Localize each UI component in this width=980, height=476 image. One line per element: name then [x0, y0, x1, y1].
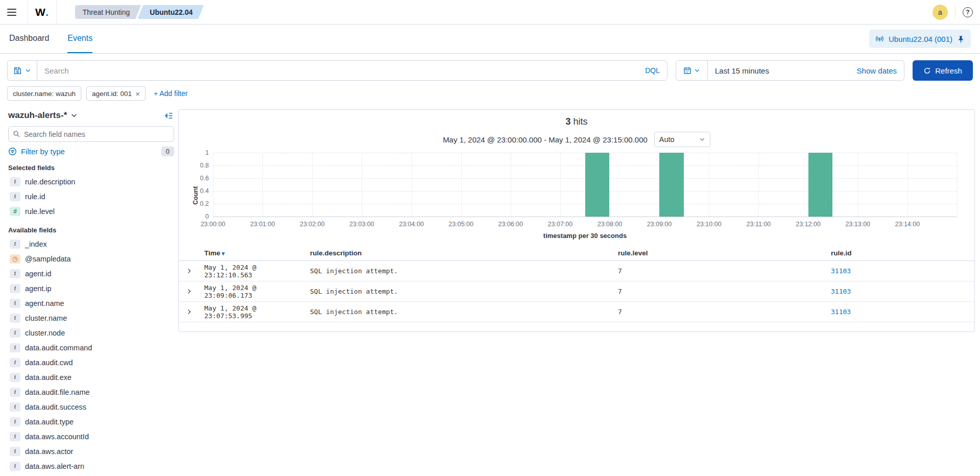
- field-item[interactable]: t data.audit.exe: [8, 370, 174, 385]
- x-tick-label: 23:08:00: [597, 221, 623, 228]
- column-label: Time: [204, 249, 220, 257]
- vertical-gridline: [610, 153, 610, 217]
- cell-rule-level: 7: [616, 288, 829, 295]
- logo-text: W: [35, 6, 45, 18]
- cell-rule-id-link[interactable]: 31103: [831, 308, 851, 316]
- show-dates-button[interactable]: Show dates: [857, 66, 904, 75]
- filter-pill[interactable]: cluster.name: wazuh: [7, 86, 81, 101]
- field-name: data.audit.file.name: [25, 388, 90, 396]
- collapse-sidebar-icon[interactable]: [164, 111, 174, 120]
- field-item[interactable]: t data.aws.actor: [8, 444, 174, 459]
- chart-range-line: May 1, 2024 @ 23:00:00.000 - May 1, 2024…: [179, 132, 974, 147]
- field-type-icon: t: [10, 269, 20, 278]
- field-name: data.audit.command: [25, 344, 92, 352]
- column-header-rule-level[interactable]: rule.level: [616, 249, 829, 257]
- x-tick-label: 23:06:00: [498, 221, 523, 228]
- interval-select[interactable]: Auto: [654, 132, 710, 147]
- field-type-icon: t: [10, 314, 20, 323]
- column-header-rule-description[interactable]: rule.description: [308, 249, 616, 257]
- add-filter-button[interactable]: + Add filter: [154, 89, 188, 98]
- field-item[interactable]: t data.aws.arn: [8, 473, 174, 476]
- remove-filter-icon[interactable]: ×: [135, 90, 140, 98]
- tab[interactable]: Events: [67, 25, 92, 53]
- field-item[interactable]: t agent.name: [8, 296, 174, 311]
- field-item[interactable]: t data.audit.success: [8, 399, 174, 414]
- avatar[interactable]: a: [933, 5, 948, 20]
- help-icon[interactable]: ?: [963, 7, 973, 17]
- index-pattern-selector[interactable]: wazuh-alerts-*: [8, 110, 78, 121]
- column-header-rule-id[interactable]: rule.id: [829, 249, 974, 257]
- chevron-down-icon: [694, 67, 700, 74]
- histogram-bar[interactable]: [808, 153, 833, 217]
- chevron-right-icon: [186, 268, 193, 274]
- field-item[interactable]: t data.aws.alert-arn: [8, 459, 174, 473]
- column-header-time[interactable]: Time▾: [202, 249, 308, 257]
- cell-time: May 1, 2024 @ 23:09:06.173: [202, 284, 308, 299]
- histogram-plot: 00.20.40.60.81: [213, 153, 957, 217]
- field-item[interactable]: t data.aws.accountId: [8, 429, 174, 444]
- search-input[interactable]: [37, 66, 638, 75]
- filter-by-type[interactable]: Filter by type 0: [8, 147, 174, 156]
- query-language-button[interactable]: DQL: [638, 66, 667, 75]
- field-item[interactable]: t _index: [8, 236, 174, 251]
- vertical-gridline: [213, 153, 213, 217]
- filter-pill[interactable]: agent.id: 001 ×: [86, 86, 146, 101]
- vertical-gridline: [858, 153, 858, 217]
- field-item[interactable]: t agent.id: [8, 266, 174, 281]
- expand-row-button[interactable]: [183, 306, 195, 318]
- selected-agent-label: Ubuntu22.04 (001): [889, 35, 952, 43]
- field-item[interactable]: t agent.ip: [8, 281, 174, 296]
- x-tick-label: 23:04:00: [399, 221, 424, 228]
- cell-rule-id-link[interactable]: 31103: [831, 288, 851, 295]
- pin-icon[interactable]: [957, 35, 965, 43]
- field-item[interactable]: t cluster.name: [8, 311, 174, 325]
- field-item[interactable]: t data.audit.command: [8, 340, 174, 355]
- saved-queries-button[interactable]: [8, 61, 37, 80]
- cell-rule-id-link[interactable]: 31103: [831, 267, 851, 275]
- tab-label: Dashboard: [9, 34, 49, 43]
- x-axis-title: timestamp per 30 seconds: [213, 232, 957, 240]
- field-name: data.audit.success: [25, 403, 86, 411]
- field-item[interactable]: # rule.level: [8, 204, 174, 219]
- field-type-icon: t: [10, 192, 20, 201]
- expand-row-button[interactable]: [183, 266, 195, 277]
- field-item[interactable]: t data.audit.file.name: [8, 385, 174, 399]
- field-item[interactable]: t data.audit.cwd: [8, 355, 174, 370]
- chart-time-range: May 1, 2024 @ 23:00:00.000 - May 1, 2024…: [443, 135, 648, 144]
- histogram-bar[interactable]: [659, 153, 684, 217]
- field-item[interactable]: t cluster.node: [8, 325, 174, 340]
- field-item[interactable]: t rule.description: [8, 174, 174, 189]
- breadcrumb-item[interactable]: Ubuntu22.04: [137, 5, 204, 19]
- histogram-bar[interactable]: [585, 153, 610, 217]
- selected-agent-button[interactable]: Ubuntu22.04 (001): [869, 30, 971, 48]
- table-body: May 1, 2024 @ 23:12:10.563 SQL injection…: [179, 261, 974, 322]
- field-search-input[interactable]: [20, 130, 170, 139]
- wazuh-logo[interactable]: W.: [35, 6, 49, 18]
- sort-desc-icon[interactable]: ▾: [222, 250, 225, 256]
- events-table: Time▾ rule.description rule.level rule.i…: [179, 247, 974, 322]
- index-pattern-name: wazuh-alerts-*: [8, 110, 67, 121]
- field-name: rule.level: [25, 207, 55, 216]
- date-quick-select-button[interactable]: [676, 61, 708, 80]
- field-item[interactable]: t rule.id: [8, 189, 174, 204]
- refresh-button[interactable]: Refresh: [913, 60, 973, 81]
- vertical-gridline: [907, 153, 908, 217]
- menu-icon[interactable]: [7, 6, 20, 19]
- expand-row-button[interactable]: [183, 286, 195, 297]
- cell-rule-description: SQL injection attempt.: [308, 308, 616, 316]
- y-tick-label: 0: [205, 213, 209, 220]
- help-glyph: ?: [966, 9, 969, 16]
- search-icon: [13, 130, 20, 138]
- results-panel: 3 hits May 1, 2024 @ 23:00:00.000 - May …: [178, 109, 975, 332]
- field-item[interactable]: t data.audit.type: [8, 414, 174, 429]
- cell-time: May 1, 2024 @ 23:07:53.995: [202, 304, 308, 320]
- filter-count-badge: 0: [161, 147, 174, 156]
- interval-selected-value: Auto: [659, 135, 675, 144]
- time-range-button[interactable]: Last 15 minutes: [708, 66, 857, 75]
- field-type-icon: t: [10, 388, 20, 397]
- field-item[interactable]: ◷ @sampledata: [8, 251, 174, 266]
- field-name: data.aws.accountId: [25, 433, 89, 441]
- tab[interactable]: Dashboard: [9, 25, 49, 53]
- breadcrumb-item[interactable]: Threat Hunting: [75, 5, 141, 19]
- x-tick-label: 23:10:00: [697, 221, 722, 228]
